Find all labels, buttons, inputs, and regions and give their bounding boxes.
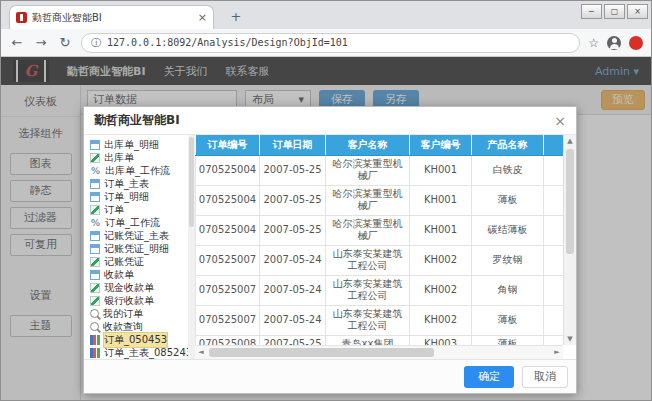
- maximize-button[interactable]: ▢: [604, 4, 625, 19]
- scroll-left-icon[interactable]: ◄: [195, 346, 207, 359]
- tree-scrollbar-thumb[interactable]: [189, 137, 194, 227]
- window-controls: ─ ▢ ×: [581, 4, 648, 19]
- dialog-footer: 确定 取消: [84, 359, 576, 393]
- tree-item-selected[interactable]: 订单_050453: [90, 333, 188, 346]
- browser-titlebar: 勤哲商业智能BI × + ─ ▢ ×: [1, 1, 651, 29]
- tab-title: 勤哲商业智能BI: [32, 11, 193, 25]
- table-header-row: 订单编号 订单日期 客户名称 客户编号 产品名称 数量: [196, 135, 564, 155]
- browser-menu-icon[interactable]: [629, 36, 643, 50]
- close-icon[interactable]: ×: [554, 114, 566, 128]
- browser-window: 勤哲商业智能BI × + ─ ▢ × ← → ↻ ⓘ 127.0.0.1:809…: [0, 0, 652, 401]
- page: G 勤哲商业智能BI 关于我们 联系客服 Admin ▾ 布局 ▾ 保存 另存 …: [1, 57, 651, 400]
- data-source-tree: 出库单_明细 出库单 出库单_工作流 订单_主表 订单_明细 订单 订单_工作流…: [84, 135, 188, 359]
- column-header[interactable]: 数量: [544, 135, 564, 155]
- address-bar[interactable]: ⓘ 127.0.0.1:8092/Analysis/Design?ObjId=1…: [81, 33, 580, 53]
- tree-item[interactable]: 订单_工作流: [90, 216, 188, 229]
- scroll-right-icon[interactable]: ►: [551, 346, 563, 359]
- cancel-button[interactable]: 取消: [522, 366, 568, 388]
- chart-icon: [90, 348, 100, 358]
- table-vertical-scrollbar[interactable]: ▲ ▼: [563, 135, 576, 345]
- table-icon: [90, 140, 100, 150]
- column-header[interactable]: 客户编号: [410, 135, 472, 155]
- browser-urlbar: ← → ↻ ⓘ 127.0.0.1:8092/Analysis/Design?O…: [1, 29, 651, 57]
- table-row[interactable]: 0705250082007-05-25青岛xx集团KH003薄板500: [196, 335, 564, 345]
- tree-item[interactable]: 收款查询: [90, 320, 188, 333]
- table-icon: [90, 231, 100, 241]
- page-info-icon[interactable]: ⓘ: [91, 36, 101, 50]
- table-icon: [90, 244, 100, 254]
- scroll-up-icon[interactable]: ▲: [564, 135, 576, 147]
- column-header[interactable]: 客户名称: [326, 135, 410, 155]
- orders-table: 订单编号 订单日期 客户名称 客户编号 产品名称 数量: [195, 135, 563, 345]
- form-icon: [90, 205, 100, 215]
- dialog-title: 勤哲商业智能BI: [94, 112, 180, 129]
- browser-tab[interactable]: 勤哲商业智能BI ×: [9, 5, 214, 29]
- table-row[interactable]: 0705250072007-05-24山东泰安某建筑工程公司KH002罗纹钢10…: [196, 245, 564, 275]
- data-source-dialog: 勤哲商业智能BI × 出库单_明细 出库单 出库单_工作流 订单_主表 订单_明…: [83, 106, 577, 394]
- scroll-down-icon[interactable]: ▼: [564, 333, 576, 345]
- ok-button[interactable]: 确定: [464, 366, 514, 388]
- tree-item[interactable]: 记账凭证_主表: [90, 229, 188, 242]
- reload-icon[interactable]: ↻: [57, 35, 73, 50]
- workflow-icon: [90, 218, 101, 228]
- favicon: [16, 12, 27, 23]
- form-icon: [90, 153, 100, 163]
- tree-item[interactable]: 现金收款单: [90, 281, 188, 294]
- new-tab-button[interactable]: +: [226, 8, 246, 26]
- table-row[interactable]: 0705250072007-05-24山东泰安某建筑工程公司KH002角钢100…: [196, 275, 564, 305]
- minimize-button[interactable]: ─: [581, 4, 602, 19]
- dialog-body: 出库单_明细 出库单 出库单_工作流 订单_主表 订单_明细 订单 订单_工作流…: [84, 135, 576, 359]
- form-icon: [90, 257, 100, 267]
- tree-item[interactable]: 出库单: [90, 151, 188, 164]
- forward-icon[interactable]: →: [33, 35, 49, 50]
- table-icon: [90, 179, 100, 189]
- table-icon: [90, 192, 100, 202]
- table-row[interactable]: 0705250042007-05-25哈尔滨某重型机械厂KH001白铁皮100: [196, 155, 564, 185]
- tree-item[interactable]: 出库单_明细: [90, 138, 188, 151]
- table-row[interactable]: 0705250072007-05-24山东泰安某建筑工程公司KH002薄板50.: [196, 305, 564, 335]
- workflow-icon: [90, 166, 101, 176]
- profile-icon[interactable]: [607, 36, 621, 50]
- tree-item[interactable]: 记账凭证_明细: [90, 242, 188, 255]
- query-icon: [90, 322, 99, 331]
- grid-viewport: 订单编号 订单日期 客户名称 客户编号 产品名称 数量: [195, 135, 563, 345]
- tree-item[interactable]: 我的订单: [90, 307, 188, 320]
- tree-item[interactable]: 订单_主表_085243: [90, 346, 188, 359]
- bookmark-star-icon[interactable]: ☆: [588, 36, 599, 50]
- dialog-header: 勤哲商业智能BI ×: [84, 107, 576, 135]
- chart-icon: [90, 335, 100, 345]
- tree-item[interactable]: 记账凭证: [90, 255, 188, 268]
- tree-item[interactable]: 订单_明细: [90, 190, 188, 203]
- horizontal-scrollbar-thumb[interactable]: [209, 348, 434, 357]
- column-header[interactable]: 产品名称: [472, 135, 544, 155]
- tree-item[interactable]: 订单_主表: [90, 177, 188, 190]
- tree-item[interactable]: 收款单: [90, 268, 188, 281]
- form-icon: [90, 296, 100, 306]
- form-icon: [90, 283, 100, 293]
- vertical-scrollbar-thumb[interactable]: [566, 149, 574, 254]
- preview-grid-area: 订单编号 订单日期 客户名称 客户编号 产品名称 数量: [195, 135, 576, 359]
- tree-item[interactable]: 订单: [90, 203, 188, 216]
- close-window-button[interactable]: ×: [627, 4, 648, 19]
- column-header[interactable]: 订单编号: [196, 135, 260, 155]
- query-icon: [90, 309, 99, 318]
- tree-item[interactable]: 出库单_工作流: [90, 164, 188, 177]
- table-icon: [90, 270, 100, 280]
- url-text: 127.0.0.1:8092/Analysis/Design?ObjId=101: [107, 37, 348, 48]
- table-row[interactable]: 0705250042007-05-25哈尔滨某重型机械厂KH001碳结薄板50.: [196, 215, 564, 245]
- tab-close-icon[interactable]: ×: [198, 11, 207, 24]
- table-horizontal-scrollbar[interactable]: ◄ ►: [195, 345, 563, 359]
- table-row[interactable]: 0705250042007-05-25哈尔滨某重型机械厂KH001薄板100: [196, 185, 564, 215]
- back-icon[interactable]: ←: [9, 35, 25, 50]
- tree-scrollbar[interactable]: [188, 135, 195, 359]
- tree-item[interactable]: 银行收款单: [90, 294, 188, 307]
- column-header[interactable]: 订单日期: [260, 135, 326, 155]
